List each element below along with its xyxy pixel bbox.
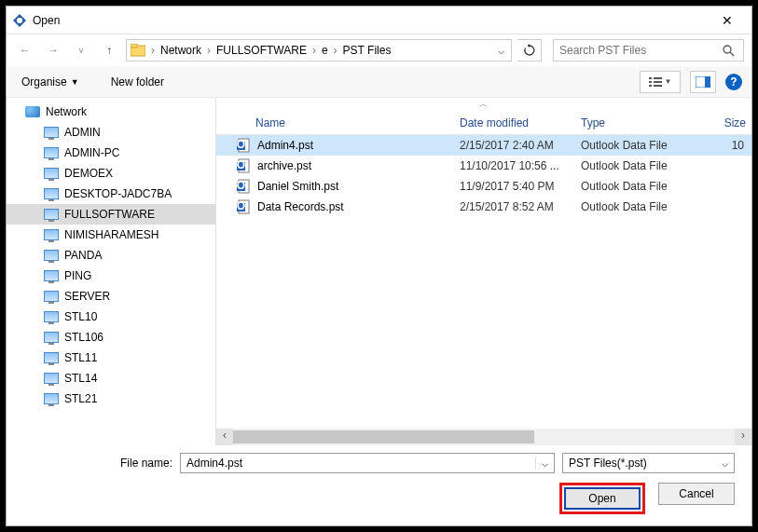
preview-pane-button[interactable] [690, 71, 716, 93]
h-scrollbar[interactable]: ‹ › [216, 429, 751, 445]
tree-item[interactable]: STL21 [7, 389, 215, 409]
pst-file-icon: O [235, 179, 254, 194]
file-date: 2/15/2017 8:52 AM [460, 200, 581, 213]
file-type: Outlook Data File [581, 200, 689, 213]
column-headers: Name Date modified Type Size [216, 111, 751, 135]
tree-item[interactable]: ADMIN [7, 122, 215, 143]
svg-marker-4 [527, 44, 530, 48]
file-row[interactable]: Oarchive.pst11/10/2017 10:56 ...Outlook … [216, 156, 751, 176]
file-name: Data Records.pst [257, 200, 460, 213]
close-button[interactable]: ✕ [709, 13, 746, 28]
scroll-right[interactable]: › [735, 429, 751, 445]
tree-item[interactable]: DESKTOP-JADC7BA [7, 184, 215, 204]
titlebar: Open ✕ [7, 7, 751, 34]
new-folder-button[interactable]: New folder [105, 72, 170, 92]
col-date[interactable]: Date modified [460, 116, 581, 130]
tree-item[interactable]: PING [7, 266, 215, 286]
crumb-2[interactable]: e [318, 44, 332, 57]
file-size: 10 [689, 139, 751, 152]
filename-dd[interactable]: ⌵ [535, 457, 554, 470]
svg-point-5 [724, 46, 731, 53]
computer-icon [44, 270, 59, 281]
scroll-track[interactable] [233, 429, 735, 445]
recent-dd[interactable]: v [70, 39, 92, 61]
tree-pane[interactable]: NetworkADMINADMIN-PCDEMOEXDESKTOP-JADC7B… [7, 98, 216, 445]
computer-icon [44, 393, 59, 404]
network-icon [25, 106, 40, 117]
svg-rect-8 [654, 77, 662, 79]
filetype-select[interactable]: PST Files(*.pst) ⌵ [562, 453, 735, 473]
app-icon [12, 13, 27, 28]
scroll-cap-up[interactable]: ︿ [216, 98, 751, 111]
tree-item[interactable]: ADMIN-PC [7, 143, 215, 163]
file-pane: ︿ Name Date modified Type Size OAdmin4.p… [216, 98, 751, 445]
computer-icon [44, 352, 59, 363]
tree-item[interactable]: SERVER [7, 286, 215, 307]
file-row[interactable]: ODaniel Smith.pst11/9/2017 5:40 PMOutloo… [216, 176, 751, 197]
toolbar: Organise ▼ New folder ▼ ? [7, 66, 751, 98]
computer-icon [44, 332, 59, 343]
tree-item[interactable]: FULLSOFTWARE [7, 204, 215, 225]
filename-input[interactable] [181, 457, 535, 470]
svg-rect-3 [131, 44, 137, 48]
search-input[interactable] [559, 44, 723, 57]
help-button[interactable]: ? [725, 74, 742, 90]
col-name[interactable]: Name [222, 116, 460, 130]
breadcrumb-dd[interactable]: ⌵ [492, 44, 509, 57]
organise-button[interactable]: Organise ▼ [16, 72, 85, 92]
col-size[interactable]: Size [689, 116, 751, 130]
scroll-thumb[interactable] [233, 430, 534, 443]
crumb-3[interactable]: PST Files [339, 44, 395, 57]
computer-icon [44, 168, 59, 179]
search-box[interactable] [553, 39, 744, 61]
computer-icon [44, 250, 59, 261]
svg-rect-14 [705, 76, 710, 88]
file-list[interactable]: OAdmin4.pst2/15/2017 2:40 AMOutlook Data… [216, 135, 751, 429]
crumb-1[interactable]: FULLSOFTWARE [213, 44, 310, 57]
svg-rect-7 [649, 77, 652, 79]
search-icon[interactable] [723, 45, 737, 57]
view-mode-button[interactable]: ▼ [640, 71, 681, 93]
tree-item[interactable]: STL11 [7, 348, 215, 368]
breadcrumb-sep: › [149, 44, 157, 57]
dialog-title: Open [33, 14, 60, 27]
refresh-button[interactable] [517, 39, 542, 61]
computer-icon [44, 229, 59, 240]
svg-text:O: O [237, 158, 245, 171]
svg-rect-12 [654, 85, 662, 87]
file-type: Outlook Data File [581, 180, 689, 193]
back-button[interactable]: ← [14, 39, 36, 61]
tree-item[interactable]: DEMOEX [7, 163, 215, 184]
tree-item[interactable]: PANDA [7, 245, 215, 266]
tree-item[interactable]: NIMISHARAMESH [7, 225, 215, 245]
open-dialog: Open ✕ ← → v ↑ › Network › FULLSOFTWARE … [6, 6, 752, 526]
pst-file-icon: O [235, 199, 254, 214]
tree-item[interactable]: STL14 [7, 368, 215, 389]
tree-item[interactable]: STL106 [7, 327, 215, 348]
computer-icon [44, 127, 59, 138]
file-name: Daniel Smith.pst [257, 180, 460, 193]
computer-icon [44, 147, 59, 158]
col-type[interactable]: Type [581, 116, 689, 130]
tree-item[interactable]: STL10 [7, 307, 215, 327]
pst-file-icon: O [235, 138, 254, 153]
crumb-0[interactable]: Network [157, 44, 205, 57]
svg-line-6 [730, 52, 734, 56]
computer-icon [44, 209, 59, 220]
open-button-highlight: Open [559, 483, 645, 514]
file-name: Admin4.pst [257, 139, 460, 152]
file-row[interactable]: OData Records.pst2/15/2017 8:52 AMOutloo… [216, 197, 751, 217]
svg-rect-9 [649, 81, 652, 83]
file-type: Outlook Data File [581, 139, 689, 152]
computer-icon [44, 188, 59, 199]
tree-root-network[interactable]: Network [7, 102, 215, 122]
filename-field[interactable]: ⌵ [180, 453, 555, 473]
file-row[interactable]: OAdmin4.pst2/15/2017 2:40 AMOutlook Data… [216, 135, 751, 156]
computer-icon [44, 373, 59, 384]
file-date: 2/15/2017 2:40 AM [460, 139, 581, 152]
cancel-button[interactable]: Cancel [658, 483, 735, 505]
up-button[interactable]: ↑ [98, 39, 120, 61]
breadcrumb[interactable]: › Network › FULLSOFTWARE › e › PST Files… [126, 39, 512, 61]
scroll-left[interactable]: ‹ [216, 429, 233, 445]
open-button[interactable]: Open [564, 487, 641, 510]
